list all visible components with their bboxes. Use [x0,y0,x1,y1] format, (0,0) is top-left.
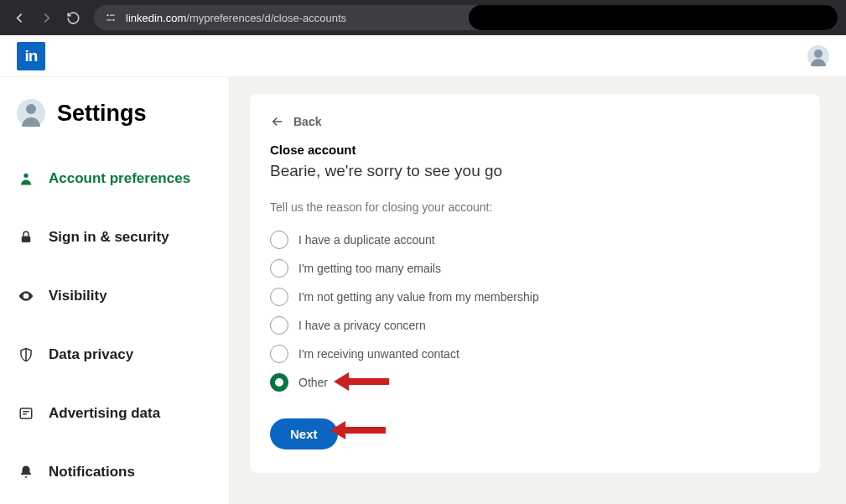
doc-icon [17,404,35,423]
app-header: in [0,35,846,77]
reason-option-duplicate[interactable]: I have a duplicate account [270,226,800,254]
radio-label: Other [298,376,328,389]
shield-icon [17,346,35,364]
linkedin-logo[interactable]: in [17,42,45,70]
radio-icon [270,259,288,278]
reason-option-privacy[interactable]: I have a privacy concern [270,311,800,340]
next-button[interactable]: Next [270,418,338,449]
reason-option-unwanted-contact[interactable]: I'm receiving unwanted contact [270,340,800,368]
main: Back Close account Bearie, we're sorry t… [230,77,846,504]
avatar[interactable] [807,45,829,67]
sidebar-item-signin-security[interactable]: Sign in & security [0,208,229,267]
reload-icon[interactable] [62,7,84,29]
radio-icon [270,231,288,249]
lock-icon [17,228,35,247]
close-account-card: Back Close account Bearie, we're sorry t… [250,94,820,473]
browser-chrome: linkedin.com/mypreferences/d/close-accou… [0,0,846,35]
card-subtitle: Bearie, we're sorry to see you go [270,162,800,180]
arrow-left-icon [270,114,285,129]
url-text: linkedin.com/mypreferences/d/close-accou… [126,12,346,24]
back-icon[interactable] [8,7,30,29]
svg-rect-1 [110,15,115,16]
eye-icon [17,287,35,305]
svg-rect-5 [22,236,31,243]
forward-icon[interactable] [35,7,57,29]
sidebar-item-visibility[interactable]: Visibility [0,267,229,325]
person-icon [17,169,35,188]
radio-label: I have a duplicate account [298,233,435,247]
svg-point-0 [106,14,108,16]
back-label: Back [293,115,321,128]
page-title: Settings [57,101,147,127]
radio-icon [270,288,288,306]
url-bar[interactable]: linkedin.com/mypreferences/d/close-accou… [94,5,838,30]
svg-point-2 [112,19,114,21]
url-mask [469,5,838,30]
card-title: Close account [270,143,800,157]
reason-option-emails[interactable]: I'm getting too many emails [270,254,800,283]
site-settings-icon[interactable] [104,11,117,24]
sidebar-item-label: Account preferences [49,170,190,187]
sidebar-item-label: Advertising data [49,405,160,422]
sidebar-item-account-preferences[interactable]: Account preferences [0,149,229,208]
svg-point-6 [24,294,27,297]
svg-rect-3 [106,19,112,20]
sidebar-item-data-privacy[interactable]: Data privacy [0,325,229,384]
radio-icon [270,345,288,363]
sidebar-item-label: Visibility [49,288,107,304]
radio-label: I'm getting too many emails [298,262,441,275]
sidebar-item-notifications[interactable]: Notifications [0,443,229,501]
sidebar-item-label: Sign in & security [49,229,169,246]
radio-label: I'm not getting any value from my member… [298,290,539,304]
radio-icon [270,316,288,335]
radio-label: I have a privacy concern [298,319,426,332]
sidebar-item-label: Data privacy [49,346,133,363]
sidebar-item-label: Notifications [49,464,135,481]
sidebar: Settings Account preferences Sign in & s… [0,77,230,504]
sidebar-item-advertising-data[interactable]: Advertising data [0,384,229,443]
reason-prompt: Tell us the reason for closing your acco… [270,200,800,214]
svg-point-4 [23,174,28,178]
back-button[interactable]: Back [270,114,800,129]
radio-icon [270,373,288,392]
bell-icon [17,463,35,481]
reason-option-no-value[interactable]: I'm not getting any value from my member… [270,283,800,311]
radio-label: I'm receiving unwanted contact [298,347,459,361]
reason-option-other[interactable]: Other [270,368,800,397]
avatar[interactable] [17,99,45,127]
sidebar-title-row: Settings [0,94,229,149]
